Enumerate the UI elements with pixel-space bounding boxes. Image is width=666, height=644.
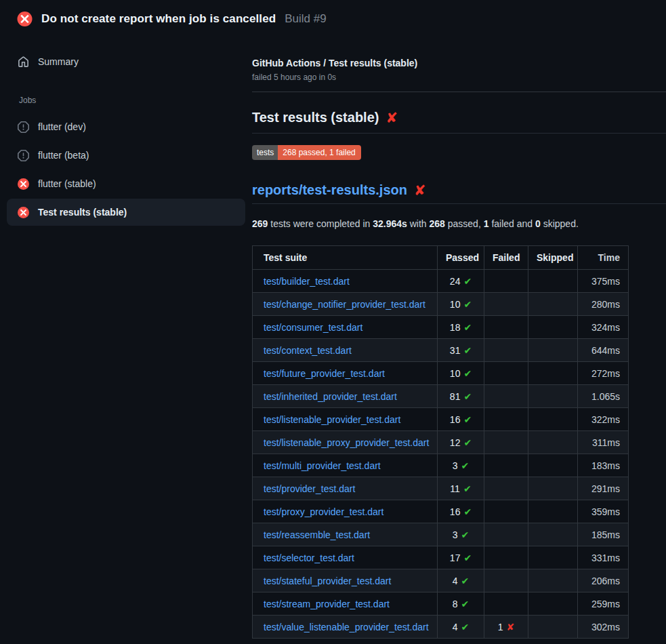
table-row: test/selector_test.dart 17✔ 331ms bbox=[253, 546, 629, 569]
suite-link[interactable]: test/stream_provider_test.dart bbox=[264, 599, 390, 609]
count-value: 10 bbox=[450, 299, 461, 310]
x-circle-icon bbox=[18, 178, 29, 190]
tests-status-badge[interactable]: tests 268 passed, 1 failed bbox=[252, 145, 361, 160]
skipped-cell bbox=[528, 431, 578, 454]
suite-link[interactable]: test/stateful_provider_test.dart bbox=[264, 576, 391, 586]
x-icon: ✘ bbox=[507, 622, 515, 632]
suite-link[interactable]: test/future_provider_test.dart bbox=[264, 368, 385, 379]
sidebar-job-item[interactable]: flutter (beta) bbox=[7, 142, 245, 169]
time-cell: 359ms bbox=[578, 500, 629, 523]
sidebar-job-item[interactable]: flutter (dev) bbox=[7, 113, 245, 140]
skipped-cell bbox=[528, 385, 578, 408]
failed-cell: 1✘ bbox=[484, 616, 528, 639]
skipped-cell bbox=[528, 293, 578, 316]
check-icon: ✔ bbox=[463, 506, 472, 517]
main-content: GitHub Actions / Test results (stable) f… bbox=[252, 36, 666, 639]
time-cell: 280ms bbox=[578, 293, 629, 316]
test-results-table: Test suite Passed Failed Skipped Time te… bbox=[252, 245, 629, 639]
build-failed-x-circle-icon bbox=[17, 12, 33, 26]
suite-link[interactable]: test/context_test.dart bbox=[264, 345, 352, 356]
passed-cell: 3✔ bbox=[438, 454, 484, 477]
sidebar-job-label: flutter (beta) bbox=[38, 150, 89, 161]
failed-cell bbox=[484, 362, 528, 385]
summary-text-part: passed, bbox=[445, 218, 484, 229]
suite-link[interactable]: test/reassemble_test.dart bbox=[264, 529, 370, 540]
failed-cell bbox=[484, 546, 528, 569]
skipped-cell bbox=[528, 500, 578, 523]
col-header-time: Time bbox=[578, 246, 629, 270]
badge-label: tests bbox=[252, 145, 278, 160]
sidebar-job-item[interactable]: Test results (stable) bbox=[7, 199, 245, 226]
report-heading: reports/test-results.json ✘ bbox=[252, 182, 666, 204]
summary-text-part: 0 bbox=[535, 218, 541, 229]
table-row: test/reassemble_test.dart 3✔ 185ms bbox=[253, 523, 629, 546]
table-row: test/stream_provider_test.dart 8✔ 259ms bbox=[253, 592, 629, 616]
report-file-link[interactable]: reports/test-results.json bbox=[252, 182, 407, 198]
passed-cell: 4✔ bbox=[438, 569, 484, 592]
time-cell: 185ms bbox=[578, 523, 629, 546]
suite-link[interactable]: test/provider_test.dart bbox=[264, 483, 355, 494]
summary-text-part: skipped. bbox=[541, 218, 579, 229]
summary-text-part: 1 bbox=[484, 218, 489, 229]
time-cell: 1.065s bbox=[578, 385, 629, 408]
check-icon: ✔ bbox=[463, 276, 472, 287]
passed-cell: 16✔ bbox=[438, 500, 484, 523]
table-row: test/stateful_provider_test.dart 4✔ 206m… bbox=[253, 569, 629, 592]
suite-link[interactable]: test/consumer_test.dart bbox=[264, 322, 362, 333]
sidebar-job-item[interactable]: flutter (stable) bbox=[7, 170, 245, 197]
suite-link[interactable]: test/value_listenable_provider_test.dart bbox=[264, 622, 429, 632]
suite-link[interactable]: test/multi_provider_test.dart bbox=[264, 460, 381, 471]
fail-x-icon: ✘ bbox=[414, 183, 426, 197]
sidebar: Summary Jobs flutter (dev) flutter (beta… bbox=[0, 36, 252, 227]
build-title: Do not create report when job is cancell… bbox=[41, 12, 276, 26]
time-cell: 291ms bbox=[578, 477, 629, 500]
table-row: test/builder_test.dart 24✔ 375ms bbox=[253, 270, 629, 293]
time-cell: 324ms bbox=[578, 316, 629, 339]
time-cell: 302ms bbox=[578, 616, 629, 639]
check-icon: ✔ bbox=[463, 483, 472, 494]
time-cell: 183ms bbox=[578, 454, 629, 477]
time-cell: 311ms bbox=[578, 431, 629, 454]
summary-text-part: with bbox=[407, 218, 430, 229]
sidebar-job-label: Test results (stable) bbox=[38, 207, 127, 218]
count-value: 3 bbox=[453, 529, 458, 540]
count-value: 3 bbox=[453, 460, 458, 471]
passed-cell: 12✔ bbox=[438, 431, 484, 454]
table-row: test/value_listenable_provider_test.dart… bbox=[253, 616, 629, 639]
run-subtitle: failed 5 hours ago in 0s bbox=[252, 73, 666, 82]
skipped-cell bbox=[528, 616, 578, 639]
suite-link[interactable]: test/inherited_provider_test.dart bbox=[264, 391, 397, 402]
table-row: test/context_test.dart 31✔ 644ms bbox=[253, 339, 629, 362]
sidebar-item-summary[interactable]: Summary bbox=[7, 48, 245, 75]
suite-link[interactable]: test/builder_test.dart bbox=[264, 276, 350, 287]
skipped-cell bbox=[528, 454, 578, 477]
passed-cell: 31✔ bbox=[438, 339, 484, 362]
suite-link[interactable]: test/proxy_provider_test.dart bbox=[264, 506, 383, 517]
check-icon: ✔ bbox=[463, 437, 472, 448]
failed-cell bbox=[484, 316, 528, 339]
check-icon: ✔ bbox=[461, 529, 470, 540]
table-row: test/inherited_provider_test.dart 81✔ 1.… bbox=[253, 385, 629, 408]
tests-summary-text: 269 tests were completed in 32.964s with… bbox=[252, 218, 666, 229]
check-icon: ✔ bbox=[463, 368, 472, 379]
passed-cell: 4✔ bbox=[438, 616, 484, 639]
time-cell: 322ms bbox=[578, 408, 629, 431]
failed-cell bbox=[484, 523, 528, 546]
check-icon: ✔ bbox=[461, 599, 470, 609]
suite-link[interactable]: test/listenable_provider_test.dart bbox=[264, 414, 400, 425]
suite-link[interactable]: test/change_notifier_provider_test.dart bbox=[264, 299, 425, 310]
summary-text-part: 269 bbox=[252, 218, 268, 229]
suite-link[interactable]: test/selector_test.dart bbox=[264, 552, 354, 563]
skipped-cell bbox=[528, 477, 578, 500]
failed-cell bbox=[484, 408, 528, 431]
col-header-failed: Failed bbox=[484, 246, 528, 270]
x-circle-icon bbox=[18, 207, 29, 218]
failed-cell bbox=[484, 477, 528, 500]
suite-link[interactable]: test/listenable_proxy_provider_test.dart bbox=[264, 437, 429, 448]
check-icon: ✔ bbox=[463, 299, 472, 310]
skipped-cell bbox=[528, 362, 578, 385]
time-cell: 331ms bbox=[578, 546, 629, 569]
passed-cell: 17✔ bbox=[438, 546, 484, 569]
count-value: 11 bbox=[450, 483, 460, 494]
count-value: 24 bbox=[450, 276, 461, 287]
